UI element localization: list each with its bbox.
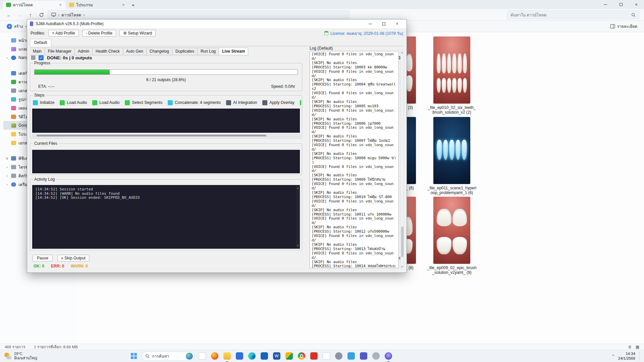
log-vertical-scrollbar[interactable]: ▲ ▼: [400, 51, 404, 268]
sidebar-item-icon: [11, 165, 16, 169]
dialog-close-button[interactable]: ×: [390, 19, 404, 28]
setup-wizard-button[interactable]: ⚙ Setup Wizard: [119, 30, 156, 37]
up-button[interactable]: ↑: [26, 10, 35, 19]
add-profile-button[interactable]: + Add Profile: [48, 30, 78, 37]
breadcrumb-separator: ›: [83, 12, 85, 17]
list-view-icon[interactable]: ≣: [628, 345, 632, 349]
start-button[interactable]: [129, 351, 139, 361]
taskbar: 29°C มีเมฆส่วนใหญ่ การค้นหา W ^ 14:34 24…: [0, 350, 644, 362]
expander-icon[interactable]: ›: [5, 165, 9, 169]
sidebar-item-icon: [11, 97, 16, 102]
scroll-down-icon[interactable]: ▼: [297, 244, 298, 248]
outlook-icon[interactable]: [260, 351, 269, 361]
stop-button[interactable]: [31, 56, 35, 60]
step-label: Concatenate: 4 segments: [175, 100, 221, 105]
back-button[interactable]: ←: [5, 10, 13, 19]
log-line: [SKIP] No audio files: [312, 152, 397, 156]
delete-profile-button[interactable]: - Delete Profile: [82, 30, 116, 37]
photos-icon[interactable]: [346, 351, 356, 361]
sidebar-item-icon: [11, 106, 16, 110]
clock-time: 14:34: [618, 351, 635, 356]
new-item-label: สร้าง: [14, 23, 23, 29]
window-minimize-button[interactable]: [598, 0, 613, 9]
taskbar-clock[interactable]: 14:34 24/1/2569: [618, 351, 635, 361]
calculator-icon[interactable]: [235, 351, 244, 361]
acrobat-icon[interactable]: [309, 351, 319, 361]
file-name: _file_ep011_scene1_hyperloop_problemyaml…: [427, 186, 477, 195]
done-checkbox[interactable]: ✓: [39, 55, 44, 60]
scroll-up-icon[interactable]: ▲: [297, 186, 298, 190]
activity-log-console: ▲▼ [14:34:52] Session started[14:34:52] …: [32, 185, 300, 249]
details-pane-button[interactable]: รายละเอียด: [607, 22, 640, 31]
skip-output-button[interactable]: » Skip Output: [57, 255, 89, 261]
show-desktop-button[interactable]: [639, 351, 641, 361]
expander-icon[interactable]: ›: [5, 182, 9, 186]
log-line: [SKIP] No audio files: [312, 100, 397, 104]
window-close-button[interactable]: ×: [629, 0, 644, 9]
task-view-icon[interactable]: [198, 351, 207, 361]
profile-tab-default[interactable]: Default: [30, 39, 51, 46]
chrome-icon[interactable]: [297, 351, 306, 361]
scroll-down-icon[interactable]: ▼: [401, 265, 403, 268]
log-line: [PROCESS] Starting: 10003 kk 80000w: [312, 65, 397, 70]
ok-counter: OK: 0: [34, 264, 44, 268]
mouse-settings-icon[interactable]: [371, 351, 381, 361]
expander-icon[interactable]: ›: [5, 56, 9, 60]
window-maximize-button[interactable]: [613, 0, 629, 9]
search-icon: [631, 13, 636, 17]
weather-widget[interactable]: 29°C มีเมฆส่วนใหญ่: [0, 352, 57, 360]
drive-icon[interactable]: [284, 351, 294, 361]
profiles-label: Profiles:: [31, 31, 45, 36]
activity-log-group: Activity Log ▲▼ [14:34:52] Session start…: [30, 179, 302, 250]
forward-button[interactable]: →: [15, 10, 24, 19]
hidden-icons-chevron[interactable]: ^: [612, 354, 614, 358]
license-info: License: หมดอายุ: 2029-01-08 (1079 วัน): [324, 30, 403, 37]
autobatch-title-bar[interactable]: SJ88 AutoBatch v26.5.3 (Multi-Profile) ×: [27, 19, 407, 28]
log-line: [VOICE] Found 0 files in vdo_long_sound/: [312, 143, 397, 152]
onenote-icon[interactable]: [359, 351, 368, 361]
dialog-maximize-button[interactable]: [377, 19, 390, 28]
pause-button[interactable]: Pause: [33, 255, 53, 261]
file-thumbnail[interactable]: _file_ep011_scene1_hyperloop_problemyaml…: [433, 117, 470, 195]
file-thumbnail[interactable]: _file_ep009_02_epic_brush_solution_v2yam…: [433, 197, 470, 275]
tab-close-icon[interactable]: ×: [121, 2, 126, 8]
autobatch-taskbar-icon[interactable]: [384, 351, 393, 361]
new-item-button[interactable]: + สร้าง ∨: [4, 22, 30, 31]
scrollbar-thumb[interactable]: [37, 135, 266, 136]
file-explorer-icon[interactable]: [222, 351, 232, 361]
clock-date: 24/1/2569: [618, 356, 635, 361]
log-line: [VOICE] Found 0 files in vdo_long_sound/: [312, 91, 397, 100]
address-bar[interactable]: › ดาวน์โหลด ›: [48, 10, 350, 19]
expander-icon[interactable]: ∨: [5, 156, 9, 161]
done-status-text: DONE: 0s | 0 outputs: [47, 55, 92, 60]
expander-icon[interactable]: ›: [5, 174, 9, 178]
settings-icon[interactable]: [334, 351, 343, 361]
new-tab-button[interactable]: +: [129, 1, 138, 9]
dialog-minimize-button[interactable]: [364, 19, 377, 28]
notepad-icon[interactable]: [322, 351, 331, 361]
firefox-icon[interactable]: [210, 351, 219, 361]
explorer-tab-programs[interactable]: โปรแกรม ×: [66, 1, 129, 9]
thumbnail-view-icon[interactable]: ▦: [636, 345, 639, 349]
log-line: [VOICE] Found 0 files in vdo_long_sound/: [312, 182, 397, 191]
word-icon[interactable]: W: [272, 351, 281, 361]
log-line: [PROCESS] Starting: 10010 ไฟตุ้ม ST-800: [312, 195, 397, 199]
edge-icon[interactable]: [247, 351, 257, 361]
explorer-search-input[interactable]: ค้นหาใน ดาวน์โหลด: [507, 10, 639, 19]
taskbar-search[interactable]: การค้นหา: [142, 352, 195, 361]
file-name: _file_ep009_02_epic_brush_solution_v2yam…: [427, 266, 477, 275]
log-line: [VOICE] Found 0 files in vdo_long_sound/: [312, 251, 397, 260]
file-thumbnail[interactable]: _file_ep010_02_six_teeth_brush_solution_…: [433, 37, 470, 115]
license-text: License: หมดอายุ: 2029-01-08 (1079 วัน): [330, 30, 403, 37]
tab-close-icon[interactable]: ×: [58, 2, 63, 8]
breadcrumb[interactable]: ดาวน์โหลด: [61, 12, 81, 18]
step-color-icon: [125, 100, 130, 105]
step-color-icon: [226, 100, 231, 105]
activity-log-scrollbar[interactable]: ▲▼: [296, 185, 300, 248]
scrollbar-thumb[interactable]: [401, 227, 404, 257]
explorer-tab-downloads[interactable]: ดาวน์โหลด ×: [3, 1, 66, 9]
refresh-button[interactable]: [37, 10, 46, 19]
scroll-up-icon[interactable]: ▲: [401, 51, 403, 54]
steps-horizontal-scrollbar[interactable]: [32, 134, 300, 137]
sidebar-item-icon: [11, 156, 16, 161]
